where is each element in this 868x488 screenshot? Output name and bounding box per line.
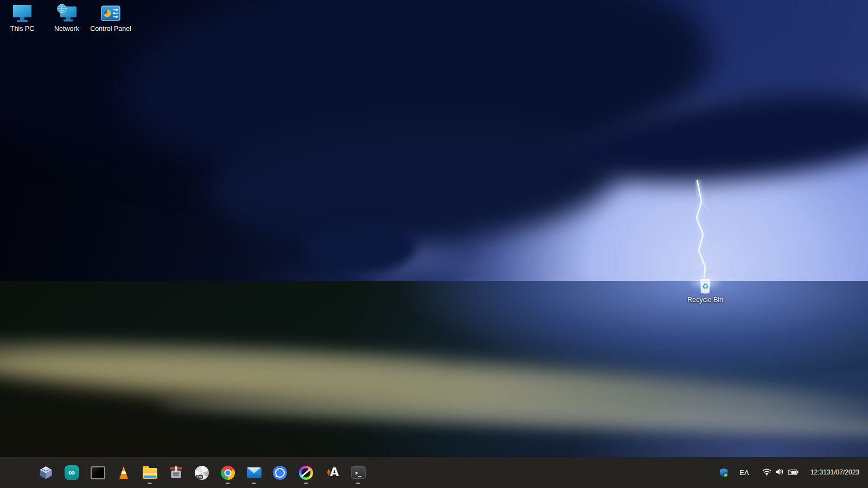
desktop-icon-recycle-bin[interactable]: ♻ Recycle Bin xyxy=(684,274,726,304)
mail-envelope-icon xyxy=(247,467,261,478)
sea xyxy=(0,281,868,457)
taskbar-app-console-window[interactable] xyxy=(86,461,110,485)
taskbar-app-row: ∞ xyxy=(0,461,371,485)
lightning-bolt xyxy=(673,179,738,287)
desktop-icon-network[interactable]: Network xyxy=(46,3,88,33)
installer-icon xyxy=(169,465,183,480)
taskbar-app-virtualbox[interactable] xyxy=(34,461,58,485)
running-indicator xyxy=(226,483,230,484)
taskbar-app-signal[interactable] xyxy=(268,461,292,485)
desktop-icon-label: This PC xyxy=(10,25,34,33)
taskbar-app-terminal[interactable]: >_ xyxy=(346,461,370,485)
control-panel-icon xyxy=(99,3,122,24)
desktop-icon-label: Control Panel xyxy=(90,25,131,33)
running-indicator xyxy=(252,483,256,484)
tray-time: 12:31 xyxy=(810,468,827,477)
windows-security-tray-icon[interactable] xyxy=(719,468,729,478)
console-window-icon xyxy=(91,466,105,479)
taskbar-app-vlc[interactable] xyxy=(112,461,136,485)
start-button[interactable] xyxy=(8,461,31,485)
taskbar-app-file-explorer[interactable] xyxy=(138,461,162,485)
network-icon xyxy=(55,3,78,24)
virtualbox-icon xyxy=(39,465,53,480)
svg-text:♻: ♻ xyxy=(702,282,709,291)
vlc-cone-icon xyxy=(118,466,130,479)
recycle-bin-icon: ♻ xyxy=(694,274,717,295)
krita-icon xyxy=(299,466,313,480)
terminal-icon: >_ xyxy=(351,466,366,479)
taskbar-app-arduino[interactable]: ∞ xyxy=(60,461,84,485)
signal-icon xyxy=(273,466,287,480)
windows-start-icon xyxy=(13,466,26,479)
mtg-arena-icon: A xyxy=(325,465,340,480)
battery-charging-icon xyxy=(788,468,799,477)
taskbar-app-installer[interactable] xyxy=(164,461,188,485)
language-indicator[interactable]: ΕΛ xyxy=(734,466,755,480)
desktop-icon-label: Recycle Bin xyxy=(687,297,723,304)
taskbar-app-google-earth-pro[interactable]: Pro xyxy=(190,461,214,485)
taskbar-app-mail[interactable] xyxy=(242,461,266,485)
running-indicator xyxy=(148,483,152,484)
arduino-icon: ∞ xyxy=(65,465,79,480)
volume-icon xyxy=(775,468,784,477)
this-pc-icon xyxy=(11,3,34,24)
quick-settings-tray[interactable] xyxy=(758,465,803,480)
google-earth-icon: Pro xyxy=(195,466,209,480)
tray-date: 31/07/2023 xyxy=(827,468,859,477)
clock-tray[interactable]: 12:31 31/07/2023 xyxy=(807,466,863,479)
desktop-icon-label: Network xyxy=(54,25,79,33)
wifi-icon xyxy=(762,468,771,477)
file-explorer-icon xyxy=(143,466,157,479)
desktop-screen: This PC Network xyxy=(0,0,868,488)
pro-badge: Pro xyxy=(196,475,203,479)
taskbar-app-chrome[interactable] xyxy=(216,461,240,485)
chrome-icon xyxy=(221,466,235,480)
desktop-icon-this-pc[interactable]: This PC xyxy=(1,3,43,33)
storm-cloud-wisp xyxy=(304,220,417,274)
taskbar-app-krita[interactable] xyxy=(294,461,318,485)
taskbar-app-mtg-arena[interactable]: A xyxy=(320,461,344,485)
system-tray: ΕΛ xyxy=(719,465,868,480)
running-indicator xyxy=(304,483,308,484)
desktop-icon-control-panel[interactable]: Control Panel xyxy=(90,3,132,33)
desktop-wallpaper[interactable] xyxy=(0,0,868,457)
taskbar: ∞ xyxy=(0,457,868,488)
running-indicator xyxy=(356,483,360,484)
